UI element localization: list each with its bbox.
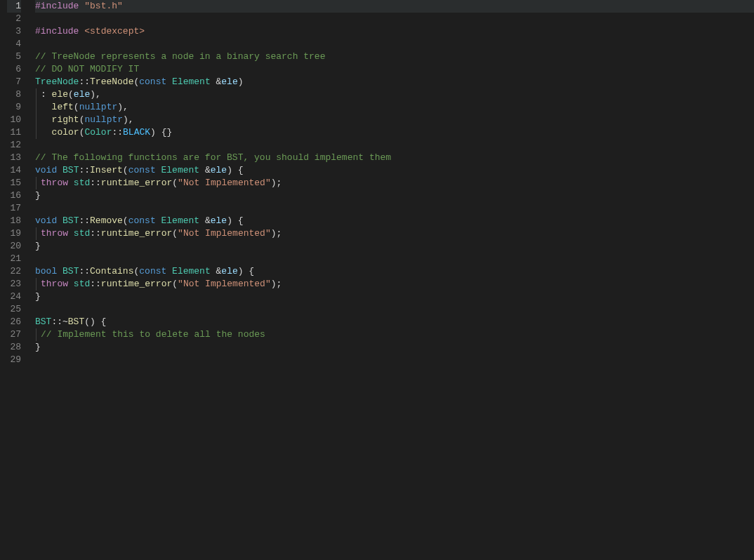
code-line[interactable]: BST::~BST() { [35,316,754,328]
code-line[interactable] [35,303,754,316]
code-line[interactable]: } [35,341,754,354]
code-line[interactable] [35,202,754,215]
code-token: runtime_error [101,178,172,188]
code-token: ele [52,89,68,100]
code-line[interactable]: // TreeNode represents a node in a binar… [35,51,754,63]
code-line[interactable] [35,253,754,265]
code-token: } [35,342,41,352]
indent-guide: right(nullptr), [36,114,134,126]
code-token [68,178,74,188]
code-token: Element [161,215,200,226]
code-token: :: [79,266,90,276]
code-token: ) [238,76,244,87]
code-token: std [74,279,90,289]
code-token: left [52,102,74,112]
code-token [41,102,52,112]
code-token [68,228,74,239]
code-token: color [52,127,79,138]
line-number: 18 [7,215,21,227]
line-number: 19 [7,227,21,240]
code-token: const [128,165,156,175]
code-editor[interactable]: 1234567891011121314151617181920212223242… [0,0,754,560]
code-token: void [35,215,57,226]
code-line[interactable]: left(nullptr), [35,101,754,114]
code-token: :: [79,165,90,175]
code-line[interactable]: #include <stdexcept> [35,25,754,38]
code-token: Element [161,165,200,175]
code-token: Color [84,127,112,138]
line-number: 22 [7,265,21,278]
line-number: 17 [7,202,21,215]
code-line[interactable] [35,139,754,152]
code-token: :: [90,178,101,188]
code-line[interactable]: color(Color::BLACK) {} [35,126,754,139]
code-token: nullptr [79,102,118,112]
line-number-gutter: 1234567891011121314151617181920212223242… [0,0,31,560]
code-line[interactable] [35,38,754,51]
code-token: Element [172,76,211,87]
code-line[interactable]: } [35,240,754,253]
code-token: ( [123,165,128,175]
code-line[interactable]: // Implement this to delete all the node… [35,328,754,341]
code-token: ); [271,228,282,239]
code-token: ( [123,215,128,226]
code-token [41,114,52,125]
code-line[interactable]: #include "bst.h" [35,0,754,13]
code-token: Element [172,266,211,276]
line-number: 11 [7,126,21,139]
code-line[interactable]: throw std::runtime_error("Not Implemente… [35,177,754,189]
code-line[interactable]: bool BST::Contains(const Element &ele) { [35,265,754,278]
code-token: runtime_error [101,228,172,239]
code-line[interactable]: throw std::runtime_error("Not Implemente… [35,278,754,291]
code-area[interactable]: #include "bst.h" #include <stdexcept> //… [31,0,754,560]
code-token: :: [79,215,90,226]
code-line[interactable] [35,13,754,25]
code-token: ( [172,279,178,289]
code-token: BST [68,316,84,327]
code-token: std [74,228,90,239]
code-token: :: [112,127,123,138]
code-line[interactable]: // The following functions are for BST, … [35,152,754,164]
code-token: <stdexcept> [84,26,145,36]
code-line[interactable]: void BST::Insert(const Element &ele) { [35,164,754,177]
line-number: 1 [7,0,21,13]
code-line[interactable]: : ele(ele), [35,88,754,101]
code-token: const [128,215,156,226]
code-line[interactable]: } [35,189,754,202]
code-token: throw [41,279,68,289]
code-token: ::~ [51,316,67,327]
code-token: ) {} [150,127,172,138]
code-token: ( [74,102,79,112]
code-token: #include [35,1,79,11]
code-token: & [211,76,222,87]
line-number: 6 [7,63,21,76]
code-token: & [211,266,222,276]
code-line[interactable]: void BST::Remove(const Element &ele) { [35,215,754,227]
code-token: "Not Implemented" [178,228,271,239]
code-token: bool [35,266,57,276]
code-token: ), [117,102,128,112]
code-token: BST [35,316,51,327]
line-number: 16 [7,189,21,202]
code-token: : [41,89,52,100]
line-number: 2 [7,13,21,25]
code-token: Contains [90,266,133,276]
code-token: // Implement this to delete all the node… [41,329,265,340]
code-token: ele [221,76,237,87]
code-line[interactable]: } [35,291,754,303]
code-token: "Not Implemented" [178,279,271,289]
line-number: 10 [7,114,21,126]
code-token [156,165,161,175]
code-token: ), [90,89,101,100]
code-token: ele [221,266,237,276]
code-line[interactable]: throw std::runtime_error("Not Implemente… [35,227,754,240]
code-token: BST [62,215,79,226]
code-line[interactable]: // DO NOT MODIFY IT [35,63,754,76]
code-line[interactable]: TreeNode::TreeNode(const Element &ele) [35,76,754,88]
code-token: } [35,241,41,251]
code-line[interactable] [35,354,754,366]
code-token [57,215,62,226]
code-token: ele [211,165,227,175]
code-token: BST [62,266,79,276]
code-line[interactable]: right(nullptr), [35,114,754,126]
